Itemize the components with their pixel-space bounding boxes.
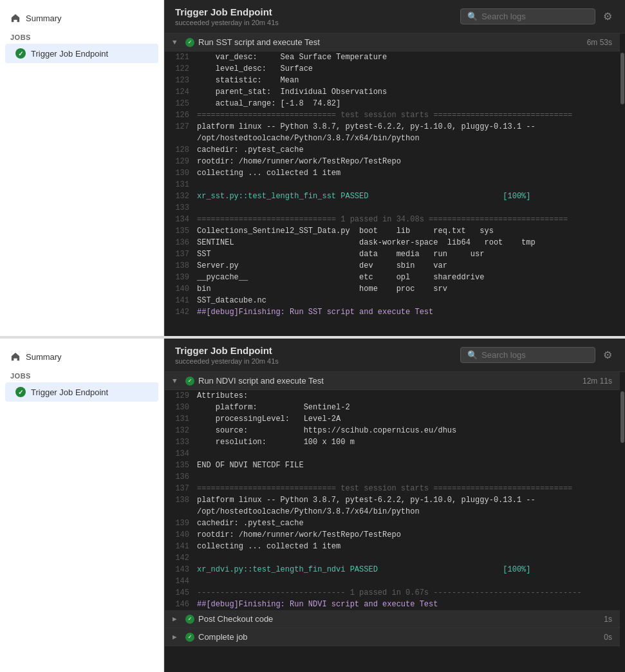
log-line: 127platform linux -- Python 3.8.7, pytes… bbox=[165, 121, 620, 133]
top-title-area: Trigger Job Endpoint succeeded yesterday… bbox=[175, 6, 279, 26]
step-duration-sst: 6m 53s bbox=[587, 38, 612, 47]
line-content: platform linux -- Python 3.8.7, pytest-6… bbox=[197, 121, 620, 133]
log-line: 136SENTINEL dask-worker-space lib64 root… bbox=[165, 237, 620, 248]
log-line: 126============================== test s… bbox=[165, 109, 620, 121]
bottom-panel: Summary Jobs Trigger Job Endpoint Trigge… bbox=[0, 339, 625, 672]
log-line: 130 platform: Sentinel-2 bbox=[165, 402, 620, 413]
log-line: 135END OF NDVI NETCDF FILE bbox=[165, 460, 620, 471]
step-row-sst[interactable]: ▼ Run SST script and execute Test 6m 53s bbox=[165, 33, 620, 51]
log-line: 141SST_datacube.nc bbox=[165, 295, 620, 306]
log-line: /opt/hostedtoolcache/Python/3.8.7/x64/bi… bbox=[165, 133, 620, 144]
line-content: rootdir: /home/runner/work/TestRepo/Test… bbox=[197, 156, 620, 167]
step-row-complete[interactable]: ▶ Complete job 0s bbox=[165, 628, 620, 646]
bottom-header-right: 🔍 ⚙ bbox=[460, 346, 615, 364]
log-line: 140rootdir: /home/runner/work/TestRepo/T… bbox=[165, 529, 620, 541]
line-number: 133 bbox=[165, 202, 197, 214]
step-check-ndvi bbox=[185, 377, 194, 386]
top-main: Trigger Job Endpoint succeeded yesterday… bbox=[164, 0, 625, 336]
log-line: 144 bbox=[165, 575, 620, 587]
gear-button-bottom[interactable]: ⚙ bbox=[601, 346, 615, 364]
line-content: -------------------------------- 1 passe… bbox=[197, 587, 620, 599]
top-search-box[interactable]: 🔍 bbox=[460, 8, 595, 24]
log-line: 123 statistic: Mean bbox=[165, 75, 620, 86]
line-content: bin home proc srv bbox=[197, 283, 620, 295]
top-sidebar: Summary Jobs Trigger Job Endpoint bbox=[0, 0, 164, 336]
step-row-ndvi[interactable]: ▼ Run NDVI script and execute Test 12m 1… bbox=[165, 372, 620, 390]
log-line: 130collecting ... collected 1 item bbox=[165, 167, 620, 179]
line-number: 125 bbox=[165, 98, 197, 109]
line-content: rootdir: /home/runner/work/TestRepo/Test… bbox=[197, 529, 620, 541]
bottom-search-box[interactable]: 🔍 bbox=[460, 347, 595, 363]
line-content: statistic: Mean bbox=[197, 75, 620, 86]
bottom-scrollbar-thumb bbox=[620, 391, 624, 443]
bottom-main: Trigger Job Endpoint succeeded yesterday… bbox=[164, 339, 625, 672]
bottom-log-container: ▼ Run NDVI script and execute Test 12m 1… bbox=[165, 372, 620, 672]
step-label-post: Post Checkout code bbox=[198, 614, 600, 624]
line-content bbox=[197, 575, 620, 587]
log-line: 133 bbox=[165, 202, 620, 214]
line-number: 130 bbox=[165, 167, 197, 179]
line-number: 127 bbox=[165, 121, 197, 133]
jobs-label-bottom: Jobs bbox=[0, 367, 163, 382]
line-number: 144 bbox=[165, 575, 197, 587]
log-line: 146##[debug]Finishing: Run NDVI script a… bbox=[165, 599, 620, 610]
line-content bbox=[197, 471, 620, 483]
search-input-top[interactable] bbox=[481, 12, 590, 21]
line-number: 123 bbox=[165, 75, 197, 86]
job-check-icon-bottom bbox=[15, 387, 26, 397]
bottom-scroll-area: ▼ Run NDVI script and execute Test 12m 1… bbox=[165, 372, 625, 672]
log-line: 134============================== 1 pass… bbox=[165, 214, 620, 225]
line-content: source: https://scihub.copernicus.eu/dhu… bbox=[197, 425, 620, 436]
line-number: 129 bbox=[165, 390, 197, 402]
line-number: 131 bbox=[165, 413, 197, 425]
line-content bbox=[197, 448, 620, 460]
line-number: 130 bbox=[165, 402, 197, 413]
top-scrollbar[interactable] bbox=[620, 33, 625, 336]
line-content: SST data media run usr bbox=[197, 248, 620, 260]
line-number: 146 bbox=[165, 599, 197, 610]
search-input-bottom[interactable] bbox=[481, 350, 590, 360]
step-check-complete bbox=[185, 633, 194, 642]
line-number: 132 bbox=[165, 425, 197, 436]
log-line: 135Collections_Sentinel2_SST_Data.py boo… bbox=[165, 225, 620, 237]
sidebar-summary-top[interactable]: Summary bbox=[0, 8, 163, 28]
line-content: ##[debug]Finishing: Run SST script and e… bbox=[197, 306, 620, 318]
log-line: 137============================== test s… bbox=[165, 483, 620, 494]
chevron-right-icon-post: ▶ bbox=[173, 615, 182, 623]
step-check-sst bbox=[185, 38, 194, 47]
line-number: 126 bbox=[165, 109, 197, 121]
home-icon bbox=[10, 13, 21, 23]
log-line: 142 bbox=[165, 552, 620, 564]
summary-label-bottom: Summary bbox=[26, 352, 62, 362]
log-line: 129rootdir: /home/runner/work/TestRepo/T… bbox=[165, 156, 620, 167]
chevron-down-icon-sst: ▼ bbox=[173, 39, 182, 46]
line-content: SST_datacube.nc bbox=[197, 295, 620, 306]
line-number: 128 bbox=[165, 144, 197, 156]
job-label-top: Trigger Job Endpoint bbox=[31, 49, 108, 59]
sidebar-summary-bottom[interactable]: Summary bbox=[0, 346, 163, 367]
line-number: 122 bbox=[165, 63, 197, 75]
step-label-ndvi: Run NDVI script and execute Test bbox=[198, 376, 579, 386]
bottom-sidebar: Summary Jobs Trigger Job Endpoint bbox=[0, 339, 164, 672]
top-job-panel: Trigger Job Endpoint succeeded yesterday… bbox=[164, 0, 625, 336]
line-number: 137 bbox=[165, 483, 197, 494]
bottom-scrollbar[interactable] bbox=[620, 372, 625, 672]
line-number: 140 bbox=[165, 283, 197, 295]
sidebar-job-top[interactable]: Trigger Job Endpoint bbox=[5, 44, 158, 63]
line-number: 124 bbox=[165, 86, 197, 98]
step-row-post[interactable]: ▶ Post Checkout code 1s bbox=[165, 610, 620, 628]
log-line: 141collecting ... collected 1 item bbox=[165, 541, 620, 552]
log-line: 125 actual_range: [-1.8 74.82] bbox=[165, 98, 620, 109]
top-job-header: Trigger Job Endpoint succeeded yesterday… bbox=[165, 0, 625, 33]
line-content: ============================== test sess… bbox=[197, 109, 620, 121]
line-number: 137 bbox=[165, 248, 197, 260]
top-job-subtitle: succeeded yesterday in 20m 41s bbox=[175, 19, 279, 26]
line-content: processingLevel: Level-2A bbox=[197, 413, 620, 425]
bottom-log-lines: 129Attributes:130 platform: Sentinel-213… bbox=[165, 390, 620, 610]
gear-button-top[interactable]: ⚙ bbox=[601, 8, 615, 25]
line-number: 135 bbox=[165, 225, 197, 237]
bottom-job-title: Trigger Job Endpoint bbox=[175, 345, 279, 356]
log-line: /opt/hostedtoolcache/Python/3.8.7/x64/bi… bbox=[165, 506, 620, 518]
sidebar-job-bottom[interactable]: Trigger Job Endpoint bbox=[5, 382, 158, 402]
line-content: cachedir: .pytest_cache bbox=[197, 144, 620, 156]
